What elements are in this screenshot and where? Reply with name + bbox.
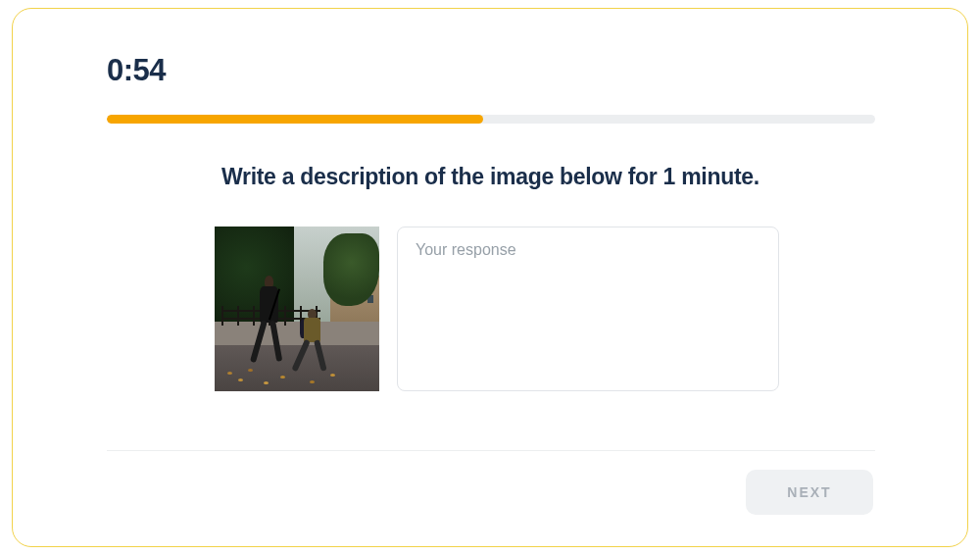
progress-bar-track xyxy=(107,115,875,124)
next-button[interactable]: NEXT xyxy=(746,470,873,515)
content-row xyxy=(215,227,779,391)
response-textarea[interactable] xyxy=(397,227,779,391)
countdown-timer: 0:54 xyxy=(107,53,166,88)
prompt-image xyxy=(215,227,379,391)
footer-divider xyxy=(107,450,875,451)
exercise-card: 0:54 Write a description of the image be… xyxy=(12,8,968,547)
prompt-text: Write a description of the image below f… xyxy=(221,164,760,190)
progress-bar-fill xyxy=(107,115,483,124)
